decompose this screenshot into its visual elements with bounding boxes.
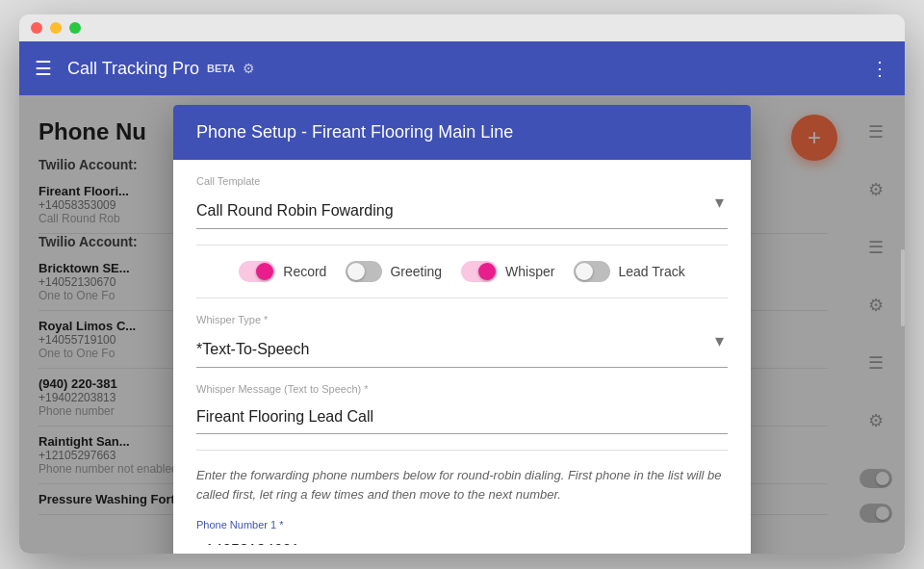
whisper-message-wrapper: Whisper Message (Text to Speech) *: [196, 383, 728, 434]
main-content: Phone Nu Twilio Account: Fireant Floori.…: [19, 95, 905, 554]
more-menu-icon[interactable]: ⋮: [870, 57, 889, 80]
app-bar: ☰ Call Tracking Pro BETA ⚙ ⋮: [19, 41, 905, 95]
phone-number1-input[interactable]: [196, 534, 728, 545]
whisper-message-input[interactable]: [196, 401, 728, 434]
toggle-row: Record Greeting: [196, 261, 728, 282]
cancel-button[interactable]: CANCEL: [570, 553, 659, 554]
minimize-button[interactable]: [50, 22, 62, 34]
close-button[interactable]: [31, 22, 42, 34]
info-text: Enter the forwarding phone numbers below…: [196, 466, 728, 504]
lead-track-toggle-item: Lead Track: [574, 261, 684, 282]
call-template-label: Call Template: [196, 175, 728, 187]
phone-number1-label: Phone Number 1 *: [196, 519, 728, 530]
divider: [196, 245, 728, 246]
dialog-title: Phone Setup - Fireant Flooring Main Line: [196, 122, 513, 142]
greeting-toggle-label: Greeting: [390, 264, 442, 279]
whisper-message-label: Whisper Message (Text to Speech) *: [196, 383, 728, 395]
beta-badge: BETA: [207, 63, 235, 74]
greeting-toggle[interactable]: [346, 261, 382, 282]
maximize-button[interactable]: [69, 22, 81, 34]
divider-2: [196, 297, 728, 298]
phone-number1-wrapper: Phone Number 1 *: [196, 519, 728, 545]
dialog-header: Phone Setup - Fireant Flooring Main Line: [173, 105, 751, 160]
record-toggle[interactable]: [239, 261, 275, 282]
call-template-wrapper: Call Template Call Round Robin Fowarding…: [196, 175, 728, 229]
whisper-type-wrapper: Whisper Type * *Text-To-SpeechAudio File…: [196, 314, 728, 368]
app-title: Call Tracking Pro BETA ⚙: [67, 59, 255, 79]
phone-setup-dialog: Phone Setup - Fireant Flooring Main Line…: [173, 105, 751, 554]
beta-icon: ⚙: [243, 61, 255, 76]
greeting-toggle-item: Greeting: [346, 261, 442, 282]
divider-3: [196, 450, 728, 451]
hamburger-icon[interactable]: ☰: [35, 57, 52, 80]
save-button[interactable]: SAVE: [667, 553, 735, 554]
whisper-toggle-item: Whisper: [461, 261, 554, 282]
app-name-label: Call Tracking Pro: [67, 59, 199, 79]
dialog-overlay: Phone Setup - Fireant Flooring Main Line…: [19, 95, 905, 554]
lead-track-toggle-label: Lead Track: [618, 264, 684, 279]
whisper-toggle[interactable]: [461, 261, 498, 282]
titlebar: [19, 14, 905, 41]
record-toggle-label: Record: [283, 264, 326, 279]
whisper-toggle-label: Whisper: [505, 264, 554, 279]
dialog-body: Call Template Call Round Robin Fowarding…: [173, 160, 751, 545]
whisper-type-label: Whisper Type *: [196, 314, 728, 325]
app-window: ☰ Call Tracking Pro BETA ⚙ ⋮ Phone Nu Tw…: [19, 14, 905, 554]
lead-track-toggle[interactable]: [574, 261, 610, 282]
app-bar-left: ☰ Call Tracking Pro BETA ⚙: [35, 57, 255, 80]
whisper-type-select[interactable]: *Text-To-SpeechAudio File: [196, 331, 728, 368]
record-toggle-item: Record: [239, 261, 326, 282]
dialog-actions: CANCEL SAVE: [173, 545, 751, 554]
call-template-select[interactable]: Call Round Robin FowardingOne to One For…: [196, 193, 728, 229]
